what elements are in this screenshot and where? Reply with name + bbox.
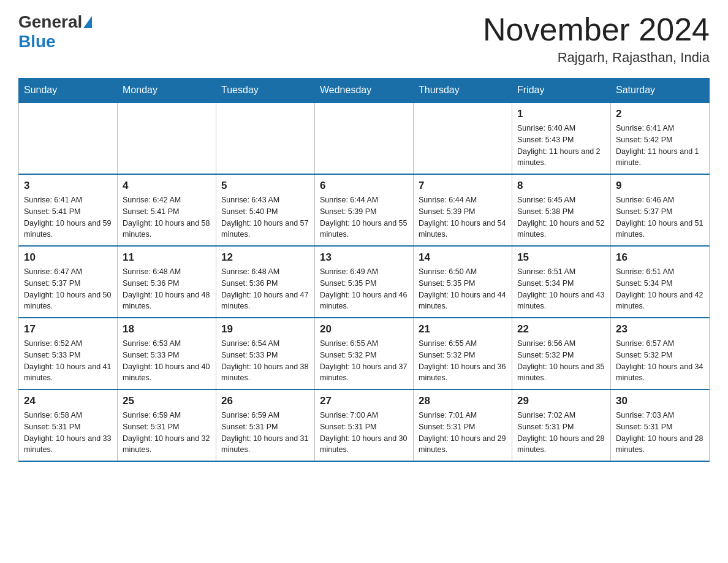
day-info: Sunrise: 6:48 AMSunset: 5:36 PMDaylight:… bbox=[123, 266, 211, 312]
calendar-cell bbox=[414, 102, 512, 174]
logo-triangle-icon bbox=[83, 16, 92, 28]
day-number: 5 bbox=[221, 180, 309, 192]
day-number: 25 bbox=[123, 395, 211, 407]
day-info: Sunrise: 6:41 AMSunset: 5:42 PMDaylight:… bbox=[616, 123, 704, 169]
day-number: 12 bbox=[221, 251, 309, 264]
day-info: Sunrise: 6:57 AMSunset: 5:32 PMDaylight:… bbox=[616, 338, 704, 384]
calendar-cell: 3Sunrise: 6:41 AMSunset: 5:41 PMDaylight… bbox=[19, 174, 118, 246]
day-info: Sunrise: 6:49 AMSunset: 5:35 PMDaylight:… bbox=[320, 266, 408, 312]
day-info: Sunrise: 6:45 AMSunset: 5:38 PMDaylight:… bbox=[517, 194, 605, 240]
day-info: Sunrise: 6:51 AMSunset: 5:34 PMDaylight:… bbox=[517, 266, 605, 312]
day-info: Sunrise: 6:59 AMSunset: 5:31 PMDaylight:… bbox=[221, 410, 309, 456]
calendar-cell: 14Sunrise: 6:50 AMSunset: 5:35 PMDayligh… bbox=[414, 246, 512, 318]
week-row-4: 17Sunrise: 6:52 AMSunset: 5:33 PMDayligh… bbox=[19, 318, 710, 389]
calendar-cell: 25Sunrise: 6:59 AMSunset: 5:31 PMDayligh… bbox=[118, 389, 216, 461]
day-info: Sunrise: 6:42 AMSunset: 5:41 PMDaylight:… bbox=[123, 194, 211, 240]
day-info: Sunrise: 6:50 AMSunset: 5:35 PMDaylight:… bbox=[419, 266, 507, 312]
day-info: Sunrise: 6:46 AMSunset: 5:37 PMDaylight:… bbox=[616, 194, 704, 240]
day-info: Sunrise: 6:59 AMSunset: 5:31 PMDaylight:… bbox=[123, 410, 211, 456]
day-info: Sunrise: 6:51 AMSunset: 5:34 PMDaylight:… bbox=[616, 266, 704, 312]
calendar-cell bbox=[315, 102, 414, 174]
day-number: 15 bbox=[517, 251, 605, 264]
calendar-cell: 6Sunrise: 6:44 AMSunset: 5:39 PMDaylight… bbox=[315, 174, 414, 246]
day-number: 3 bbox=[24, 180, 112, 192]
day-number: 23 bbox=[616, 323, 704, 335]
calendar-cell: 1Sunrise: 6:40 AMSunset: 5:43 PMDaylight… bbox=[512, 102, 611, 174]
logo: General Blue bbox=[18, 12, 93, 52]
day-number: 2 bbox=[616, 108, 704, 120]
logo-blue-text: Blue bbox=[18, 32, 56, 52]
week-row-2: 3Sunrise: 6:41 AMSunset: 5:41 PMDaylight… bbox=[19, 174, 710, 246]
calendar-cell: 30Sunrise: 7:03 AMSunset: 5:31 PMDayligh… bbox=[611, 389, 710, 461]
calendar-cell: 10Sunrise: 6:47 AMSunset: 5:37 PMDayligh… bbox=[19, 246, 118, 318]
day-number: 29 bbox=[517, 395, 605, 407]
calendar-cell: 13Sunrise: 6:49 AMSunset: 5:35 PMDayligh… bbox=[315, 246, 414, 318]
day-number: 14 bbox=[419, 251, 507, 264]
day-info: Sunrise: 7:02 AMSunset: 5:31 PMDaylight:… bbox=[517, 410, 605, 456]
weekday-header-wednesday: Wednesday bbox=[315, 79, 414, 103]
week-row-5: 24Sunrise: 6:58 AMSunset: 5:31 PMDayligh… bbox=[19, 389, 710, 461]
calendar-cell: 4Sunrise: 6:42 AMSunset: 5:41 PMDaylight… bbox=[118, 174, 216, 246]
calendar-cell: 20Sunrise: 6:55 AMSunset: 5:32 PMDayligh… bbox=[315, 318, 414, 389]
day-info: Sunrise: 6:52 AMSunset: 5:33 PMDaylight:… bbox=[24, 338, 112, 384]
day-number: 13 bbox=[320, 251, 408, 264]
calendar-cell: 27Sunrise: 7:00 AMSunset: 5:31 PMDayligh… bbox=[315, 389, 414, 461]
day-number: 22 bbox=[517, 323, 605, 335]
calendar-cell: 2Sunrise: 6:41 AMSunset: 5:42 PMDaylight… bbox=[611, 102, 710, 174]
calendar-cell: 24Sunrise: 6:58 AMSunset: 5:31 PMDayligh… bbox=[19, 389, 118, 461]
calendar-cell: 21Sunrise: 6:55 AMSunset: 5:32 PMDayligh… bbox=[414, 318, 512, 389]
calendar-cell: 17Sunrise: 6:52 AMSunset: 5:33 PMDayligh… bbox=[19, 318, 118, 389]
calendar-cell: 22Sunrise: 6:56 AMSunset: 5:32 PMDayligh… bbox=[512, 318, 611, 389]
day-info: Sunrise: 6:41 AMSunset: 5:41 PMDaylight:… bbox=[24, 194, 112, 240]
day-info: Sunrise: 6:44 AMSunset: 5:39 PMDaylight:… bbox=[419, 194, 507, 240]
day-number: 4 bbox=[123, 180, 211, 192]
calendar-cell: 11Sunrise: 6:48 AMSunset: 5:36 PMDayligh… bbox=[118, 246, 216, 318]
calendar-cell: 29Sunrise: 7:02 AMSunset: 5:31 PMDayligh… bbox=[512, 389, 611, 461]
day-number: 1 bbox=[517, 108, 605, 120]
day-info: Sunrise: 6:58 AMSunset: 5:31 PMDaylight:… bbox=[24, 410, 112, 456]
logo-general-text: General bbox=[18, 12, 82, 32]
weekday-header-friday: Friday bbox=[512, 79, 611, 103]
day-info: Sunrise: 7:03 AMSunset: 5:31 PMDaylight:… bbox=[616, 410, 704, 456]
week-row-3: 10Sunrise: 6:47 AMSunset: 5:37 PMDayligh… bbox=[19, 246, 710, 318]
weekday-header-tuesday: Tuesday bbox=[216, 79, 315, 103]
day-number: 30 bbox=[616, 395, 704, 407]
header-right: November 2024 Rajgarh, Rajasthan, India bbox=[483, 12, 710, 66]
calendar-cell: 5Sunrise: 6:43 AMSunset: 5:40 PMDaylight… bbox=[216, 174, 315, 246]
weekday-header-monday: Monday bbox=[118, 79, 216, 103]
day-info: Sunrise: 6:44 AMSunset: 5:39 PMDaylight:… bbox=[320, 194, 408, 240]
day-number: 27 bbox=[320, 395, 408, 407]
day-info: Sunrise: 6:54 AMSunset: 5:33 PMDaylight:… bbox=[221, 338, 309, 384]
day-info: Sunrise: 6:47 AMSunset: 5:37 PMDaylight:… bbox=[24, 266, 112, 312]
calendar-cell: 16Sunrise: 6:51 AMSunset: 5:34 PMDayligh… bbox=[611, 246, 710, 318]
weekday-header-row: SundayMondayTuesdayWednesdayThursdayFrid… bbox=[19, 79, 710, 103]
day-number: 19 bbox=[221, 323, 309, 335]
day-info: Sunrise: 7:00 AMSunset: 5:31 PMDaylight:… bbox=[320, 410, 408, 456]
calendar-cell: 8Sunrise: 6:45 AMSunset: 5:38 PMDaylight… bbox=[512, 174, 611, 246]
day-number: 28 bbox=[419, 395, 507, 407]
calendar-cell bbox=[118, 102, 216, 174]
calendar-cell: 19Sunrise: 6:54 AMSunset: 5:33 PMDayligh… bbox=[216, 318, 315, 389]
weekday-header-sunday: Sunday bbox=[19, 79, 118, 103]
calendar-cell: 7Sunrise: 6:44 AMSunset: 5:39 PMDaylight… bbox=[414, 174, 512, 246]
calendar-cell: 9Sunrise: 6:46 AMSunset: 5:37 PMDaylight… bbox=[611, 174, 710, 246]
weekday-header-thursday: Thursday bbox=[414, 79, 512, 103]
calendar-cell: 12Sunrise: 6:48 AMSunset: 5:36 PMDayligh… bbox=[216, 246, 315, 318]
calendar-cell: 18Sunrise: 6:53 AMSunset: 5:33 PMDayligh… bbox=[118, 318, 216, 389]
day-number: 18 bbox=[123, 323, 211, 335]
day-info: Sunrise: 7:01 AMSunset: 5:31 PMDaylight:… bbox=[419, 410, 507, 456]
weekday-header-saturday: Saturday bbox=[611, 79, 710, 103]
day-number: 16 bbox=[616, 251, 704, 264]
calendar-table: SundayMondayTuesdayWednesdayThursdayFrid… bbox=[18, 78, 710, 462]
month-title: November 2024 bbox=[483, 12, 710, 47]
day-info: Sunrise: 6:40 AMSunset: 5:43 PMDaylight:… bbox=[517, 123, 605, 169]
day-number: 24 bbox=[24, 395, 112, 407]
day-info: Sunrise: 6:55 AMSunset: 5:32 PMDaylight:… bbox=[320, 338, 408, 384]
calendar-cell bbox=[19, 102, 118, 174]
day-number: 20 bbox=[320, 323, 408, 335]
calendar-cell: 15Sunrise: 6:51 AMSunset: 5:34 PMDayligh… bbox=[512, 246, 611, 318]
day-number: 7 bbox=[419, 180, 507, 192]
day-number: 10 bbox=[24, 251, 112, 264]
day-number: 6 bbox=[320, 180, 408, 192]
day-number: 17 bbox=[24, 323, 112, 335]
